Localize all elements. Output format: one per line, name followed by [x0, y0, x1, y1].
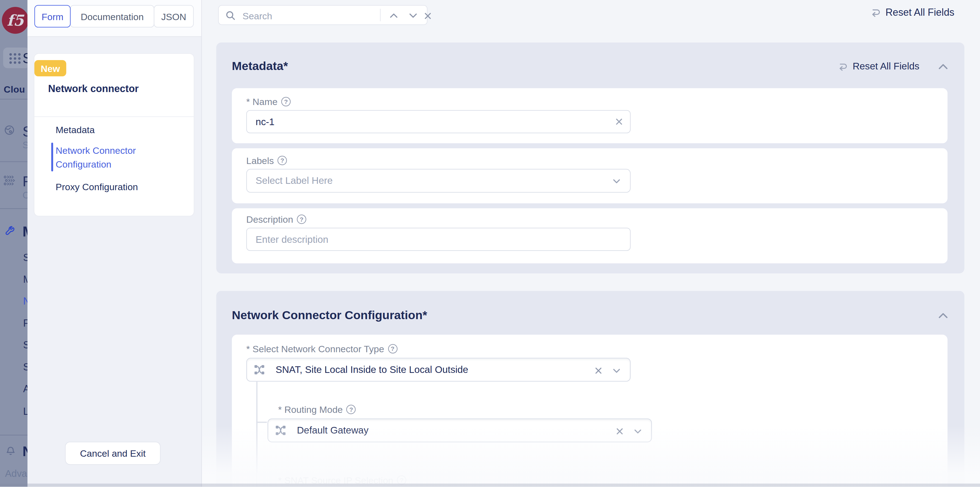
sidebar-menu-item[interactable]: S [23, 340, 27, 351]
label-text: Labels [246, 155, 274, 166]
notifications-label[interactable]: N [22, 444, 27, 460]
sidebar-item-label[interactable]: M [22, 223, 27, 240]
divider [0, 435, 27, 436]
divider [0, 161, 27, 162]
question-circle-icon[interactable] [281, 97, 291, 106]
sidebar-item-label[interactable]: S [22, 123, 27, 140]
f5-logo-text: f5 [7, 11, 24, 29]
description-input[interactable] [246, 228, 630, 251]
sidebar-menu-item[interactable]: S [23, 252, 27, 263]
cancel-and-exit-button[interactable]: Cancel and Exit [65, 442, 161, 465]
status-badge: New [34, 60, 66, 76]
x-icon[interactable] [616, 427, 624, 436]
x-icon[interactable] [595, 367, 603, 375]
labels-select[interactable]: Select Label Here [246, 169, 630, 193]
tab-label: Documentation [81, 11, 144, 22]
indent-guide [256, 382, 258, 487]
chevron-up-icon[interactable] [389, 11, 399, 20]
wrench-icon[interactable] [5, 225, 16, 236]
field-label: * Routing Mode [278, 404, 356, 415]
waffle-grid-icon [6, 49, 25, 67]
label-text: * Routing Mode [278, 404, 343, 415]
divider [380, 9, 380, 21]
search-bar [218, 5, 427, 25]
select-placeholder: Select Label Here [256, 175, 332, 187]
sidebar-item-sublabel: C [22, 190, 27, 201]
swap-connector-icon [275, 425, 286, 436]
advanced-link[interactable]: Advan [5, 468, 27, 479]
chevron-down-icon[interactable] [633, 428, 643, 436]
object-title: Network connector [48, 83, 139, 94]
drawer-topbar: Form Documentation JSON [27, 0, 201, 37]
label-text: * Name [246, 96, 278, 107]
indent-guide [256, 422, 267, 423]
tab-label: Form [41, 11, 63, 22]
label-text: Description [246, 214, 293, 225]
divider [34, 116, 194, 117]
question-circle-icon[interactable] [347, 405, 356, 414]
name-input[interactable] [246, 110, 630, 133]
sidebar-menu-item[interactable]: S [23, 362, 27, 373]
primary-sidebar: f5 S Clou S S [0, 0, 27, 487]
field-label: Description [246, 214, 306, 225]
divider [0, 208, 27, 209]
labels-field-row: Labels Select Label Here [232, 148, 948, 203]
routing-mode-select[interactable]: Default Gateway [267, 418, 652, 442]
description-field-row: Description [232, 208, 948, 263]
chevron-down-icon[interactable] [408, 11, 418, 20]
sidebar-menu-item[interactable]: A [23, 383, 27, 395]
section-title: Network Connector Configuration* [232, 308, 427, 322]
button-label: Cancel and Exit [80, 448, 145, 458]
section-title: Metadata* [232, 59, 288, 73]
f5-logo[interactable]: f5 [2, 7, 27, 34]
form-nav-metadata[interactable]: Metadata [56, 123, 95, 137]
network-connector-configuration-section: Network Connector Configuration* * Selec… [216, 291, 964, 487]
sidebar-menu-item[interactable]: M [23, 274, 27, 285]
bell-icon[interactable] [5, 445, 16, 457]
sidebar-item-sublabel: S [22, 139, 27, 151]
x-icon[interactable] [424, 12, 432, 20]
globe-icon[interactable] [4, 125, 15, 136]
chevron-down-icon[interactable] [612, 178, 621, 185]
chevron-up-icon[interactable] [938, 62, 949, 71]
form-nav-network-connector-configuration[interactable]: Network Connector Configuration [56, 144, 184, 171]
label-text: * Select Network Connector Type [246, 343, 384, 354]
metadata-section: Metadata* Reset All Fields * Name [216, 42, 964, 273]
connector-config-card: * Select Network Connector Type SNAT, Si… [232, 335, 948, 487]
search-input[interactable] [241, 5, 363, 26]
button-label: Reset All Fields [853, 61, 919, 72]
undo-arrow-icon [837, 61, 848, 72]
sidebar-section-heading: Clou [4, 84, 25, 94]
tab-form[interactable]: Form [34, 5, 71, 27]
chevron-down-icon[interactable] [612, 367, 621, 375]
form-nav-proxy-configuration[interactable]: Proxy Configuration [56, 180, 138, 194]
field-label: * Name [246, 96, 291, 107]
question-circle-icon[interactable] [297, 215, 306, 224]
sidebar-menu-item-active[interactable]: N [23, 296, 27, 307]
fabric-dots-icon[interactable] [3, 174, 15, 186]
chevron-up-icon[interactable] [938, 311, 949, 320]
button-label: Reset All Fields [886, 6, 955, 18]
magnifier-icon [225, 10, 236, 21]
object-nav-card: New Network connector Metadata Network C… [34, 53, 194, 216]
tab-json[interactable]: JSON [154, 5, 194, 27]
badge-label: New [41, 63, 60, 73]
question-circle-icon[interactable] [278, 156, 287, 165]
horizontal-scrollbar[interactable] [0, 484, 980, 487]
main-content: Reset All Fields Metadata* Reset All Fie… [201, 0, 980, 487]
section-reset-all-fields-button[interactable]: Reset All Fields [837, 61, 920, 72]
sidebar-menu-item[interactable]: F [23, 318, 27, 329]
x-icon[interactable] [615, 118, 623, 126]
tab-documentation[interactable]: Documentation [70, 5, 154, 27]
swap-connector-icon [254, 364, 265, 375]
form-drawer: Form Documentation JSON New Network conn… [27, 0, 202, 487]
network-connector-type-select[interactable]: SNAT, Site Local Inside to Site Local Ou… [246, 358, 630, 382]
divider [0, 99, 27, 99]
reset-all-fields-button[interactable]: Reset All Fields [869, 6, 955, 18]
sidebar-item-label[interactable]: F [22, 173, 27, 190]
field-label: Labels [246, 155, 287, 166]
tab-label: JSON [161, 11, 186, 22]
select-value: Default Gateway [297, 425, 368, 436]
sidebar-menu-item[interactable]: L [23, 406, 27, 417]
question-circle-icon[interactable] [388, 344, 397, 353]
